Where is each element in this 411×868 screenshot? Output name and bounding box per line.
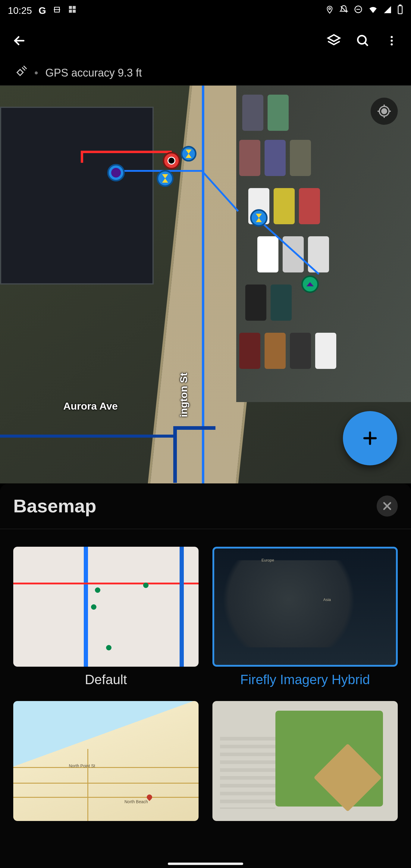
svg-point-6	[391, 40, 393, 42]
svg-point-8	[382, 109, 387, 114]
svg-point-0	[329, 7, 330, 9]
do-not-disturb-icon	[354, 5, 363, 16]
map-line	[115, 170, 202, 172]
search-button[interactable]	[354, 32, 372, 50]
battery-icon	[397, 4, 403, 17]
signal-icon	[383, 5, 392, 16]
map-parking-lot	[236, 86, 411, 402]
wifi-icon	[368, 4, 378, 17]
accuracy-bar: • GPS accuracy 9.3 ft	[0, 60, 411, 86]
map-line-red	[81, 151, 83, 163]
svg-point-7	[391, 43, 393, 45]
satellite-icon	[15, 65, 27, 80]
basemap-label: Default	[85, 672, 127, 687]
app-icon-2	[68, 5, 77, 16]
basemap-option-default[interactable]: Default	[13, 547, 198, 687]
dnd-icon	[339, 5, 348, 16]
basemap-thumbnail: Europe Asia	[213, 547, 398, 667]
basemap-sheet: Basemap Default Europe Asia Firefly Im	[0, 484, 411, 868]
status-bar: 10:25 G	[0, 0, 411, 21]
svg-rect-2	[398, 6, 402, 14]
google-icon: G	[38, 5, 46, 16]
map-canvas[interactable]: Aurora Ave ington St	[0, 86, 411, 484]
basemap-thumbnail	[13, 547, 198, 667]
back-button[interactable]	[10, 32, 28, 50]
street-label: ington St	[178, 373, 190, 417]
app-icon-1	[53, 5, 61, 16]
status-right	[325, 4, 403, 17]
basemap-thumbnail	[213, 701, 398, 821]
status-time: 10:25	[8, 5, 32, 16]
street-label: Aurora Ave	[63, 400, 118, 412]
app-bar	[0, 21, 411, 60]
separator-dot: •	[34, 67, 38, 79]
basemap-grid: Default Europe Asia Firefly Imagery Hybr…	[13, 529, 398, 827]
map-marker[interactable]	[157, 170, 173, 187]
gps-accuracy-text: GPS accuracy 9.3 ft	[45, 67, 142, 79]
map-marker[interactable]	[107, 164, 125, 181]
map-building	[0, 107, 154, 284]
status-left: 10:25 G	[8, 5, 77, 16]
map-line-dark	[0, 435, 175, 438]
sheet-title: Basemap	[13, 495, 96, 517]
my-location-button[interactable]	[371, 98, 398, 125]
map-line-red	[81, 151, 172, 153]
map-line-dark	[173, 429, 177, 483]
map-line	[202, 86, 204, 484]
svg-point-5	[391, 36, 393, 38]
sheet-header: Basemap	[13, 495, 398, 517]
basemap-label: Firefly Imagery Hybrid	[240, 672, 370, 687]
location-icon	[325, 5, 334, 16]
map-marker[interactable]	[181, 146, 196, 161]
map-marker[interactable]	[250, 209, 267, 227]
more-button[interactable]	[383, 32, 401, 50]
layers-button[interactable]	[325, 32, 343, 50]
basemap-option-firefly[interactable]: Europe Asia Firefly Imagery Hybrid	[213, 547, 398, 687]
add-button[interactable]	[343, 411, 397, 465]
basemap-option-park[interactable]	[213, 701, 398, 827]
basemap-option-osm[interactable]: North Point St North Beach	[13, 701, 198, 827]
close-button[interactable]	[377, 495, 398, 517]
home-indicator[interactable]	[168, 863, 243, 865]
svg-rect-3	[399, 5, 401, 6]
map-marker[interactable]	[301, 276, 319, 293]
map-line-dark	[173, 426, 216, 430]
svg-point-4	[358, 36, 366, 44]
basemap-thumbnail: North Point St North Beach	[13, 701, 198, 821]
map-marker-target[interactable]	[163, 152, 180, 169]
